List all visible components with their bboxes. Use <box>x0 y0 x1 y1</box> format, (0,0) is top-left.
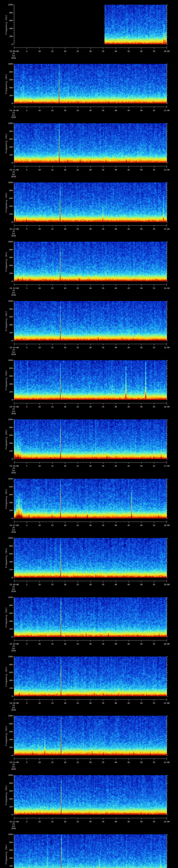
y-tick <box>167 319 168 319</box>
x-tick-label: 25 <box>77 702 79 704</box>
y-tick <box>13 844 14 844</box>
y-tick <box>167 692 168 692</box>
x-tick-label: 5 <box>26 584 27 586</box>
spectrogram-canvas <box>14 538 167 578</box>
spectrogram-canvas <box>14 123 167 163</box>
y-tick-label: 200 <box>7 391 13 393</box>
y-tick <box>13 86 14 86</box>
start-time-label: 19:22:00 <box>9 821 19 823</box>
y-tick <box>13 246 14 246</box>
x-tick <box>52 818 53 819</box>
y-tick-label: 0 <box>7 221 13 223</box>
y-tick <box>13 676 14 677</box>
x-tick <box>52 641 53 642</box>
y-tick <box>167 10 168 11</box>
x-tick <box>39 641 40 642</box>
x-tick-label: 55 <box>153 169 155 171</box>
y-tick <box>167 151 168 151</box>
y-tick <box>13 275 14 276</box>
x-tick-label: 50 <box>140 465 142 467</box>
x-tick <box>52 166 53 168</box>
y-tick-label: 800 <box>7 427 13 429</box>
y-tick <box>13 305 14 305</box>
y-tick <box>167 809 168 809</box>
spectrogram-canvas <box>14 479 167 519</box>
x-tick-label: 15 <box>51 524 53 526</box>
x-tick <box>52 48 53 49</box>
x-tick-label: 35 <box>102 287 104 289</box>
y-tick <box>13 151 14 151</box>
x-tick-label: 40 <box>115 287 117 289</box>
x-axis-endcap <box>167 165 167 166</box>
y-tick <box>167 680 168 681</box>
x-axis-endcap <box>167 817 167 818</box>
x-tick <box>141 107 142 108</box>
x-tick <box>167 522 167 523</box>
y-tick <box>13 218 14 218</box>
y-tick <box>13 360 14 361</box>
y-tick <box>167 560 168 560</box>
y-tick-label: 600 <box>7 20 13 22</box>
x-tick-label: 40 <box>115 643 117 645</box>
y-tick <box>167 159 168 159</box>
x-tick-label: 10 <box>38 465 40 467</box>
spectrogram-panel: 02004006008001000Frequency (Hz)510152025… <box>0 711 178 770</box>
x-axis-endcap <box>167 757 167 758</box>
x-tick <box>167 166 167 168</box>
y-tick <box>167 313 168 313</box>
x-tick-label: 40 <box>115 762 117 763</box>
y-tick-label: 400 <box>7 146 13 148</box>
y-tick <box>167 421 168 422</box>
y-tick <box>13 202 14 203</box>
x-tick-label: 5 <box>26 228 27 230</box>
x-tick-label: 5 <box>26 821 27 823</box>
y-tick <box>13 777 14 777</box>
x-tick <box>27 700 27 701</box>
x-tick-label: 50 <box>140 821 142 823</box>
x-tick-label: 50 <box>140 347 142 349</box>
x-tick-label: 55 <box>153 228 155 230</box>
x-tick <box>141 344 142 345</box>
y-tick <box>13 558 14 558</box>
y-tick <box>167 374 168 374</box>
y-tick <box>167 149 168 149</box>
y-tick <box>13 317 14 317</box>
y-tick <box>13 493 14 493</box>
x-tick-label: 55 <box>153 762 155 763</box>
x-tick-label: 25 <box>77 821 79 823</box>
y-tick <box>167 441 168 441</box>
x-tick <box>52 403 53 405</box>
y-tick-label: 400 <box>7 561 13 563</box>
x-tick <box>141 225 142 227</box>
x-tick <box>52 462 53 464</box>
y-tick <box>167 688 168 688</box>
y-tick-label: 400 <box>7 265 13 267</box>
y-tick <box>167 787 168 787</box>
end-time-label: 19:00 <box>164 584 170 586</box>
x-tick <box>39 522 40 523</box>
x-tick-label: 45 <box>127 50 130 52</box>
y-tick <box>167 305 168 305</box>
y-tick-label: 0 <box>7 102 13 104</box>
y-axis-title: Frequency (Hz) <box>5 311 7 331</box>
y-tick <box>167 137 168 137</box>
y-tick <box>13 339 14 339</box>
y-axis-title: Frequency (Hz) <box>5 252 7 272</box>
y-tick <box>13 10 14 11</box>
y-tick <box>167 658 168 659</box>
end-time-label: 14:00 <box>164 287 170 289</box>
y-tick <box>13 44 14 44</box>
x-tick <box>39 818 40 819</box>
x-tick-label: 30 <box>89 524 91 526</box>
x-tick <box>27 581 27 582</box>
y-tick <box>167 19 168 19</box>
x-tick-label: 20 <box>64 228 66 230</box>
y-tick <box>13 864 14 864</box>
y-tick <box>167 218 168 218</box>
y-tick <box>167 145 168 145</box>
y-tick <box>13 607 14 608</box>
y-tick <box>167 508 168 509</box>
y-tick <box>13 540 14 540</box>
y-tick <box>13 186 14 187</box>
x-tick <box>52 759 53 760</box>
